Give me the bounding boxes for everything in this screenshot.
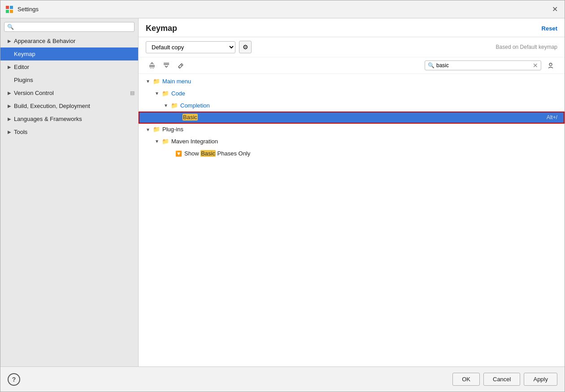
arrow-down-icon: ▼ [146, 78, 151, 85]
sidebar-item-plugins[interactable]: ▶ Plugins [0, 73, 138, 86]
tree-item-plugins[interactable]: ▼ 📁 Plug-ins [139, 124, 565, 136]
tree-item-code[interactable]: ▼ 📁 Code [139, 88, 565, 100]
cancel-button[interactable]: Cancel [483, 373, 520, 386]
content-area: 🔍 ▶ Appearance & Behavior ▶ Keymap ▶ Edi… [0, 18, 565, 366]
arrow-down-icon-completion: ▼ [164, 102, 169, 109]
bottom-bar: ? OK Cancel Apply [0, 366, 565, 392]
plugins-label: Plug-ins [162, 125, 183, 134]
show-basic-phases-label: Show Basic Phases Only [184, 149, 250, 159]
version-control-extra-icon: ▤ [130, 90, 135, 96]
basic-highlight: Basic [183, 114, 198, 121]
sidebar-item-build[interactable]: ▶ Build, Execution, Deployment [0, 99, 138, 112]
sidebar-item-plugins-label: Plugins [14, 77, 135, 83]
sidebar-item-keymap[interactable]: ▶ Keymap [0, 47, 138, 60]
folder-icon-code: 📁 [162, 89, 169, 99]
tree-area: ▼ 📁 Main menu ▼ 📁 Code ▼ 📁 Completion [139, 74, 565, 366]
ok-button[interactable]: OK [452, 373, 480, 386]
folder-icon-completion: 📁 [171, 101, 178, 111]
reset-button[interactable]: Reset [542, 25, 557, 32]
main-menu-label: Main menu [162, 77, 191, 86]
completion-label: Completion [180, 101, 210, 111]
sidebar-item-version-control[interactable]: ▶ Version Control ▤ [0, 86, 138, 99]
svg-rect-3 [10, 10, 13, 13]
close-button[interactable]: ✕ [549, 4, 560, 15]
sidebar-item-tools[interactable]: ▶ Tools [0, 125, 138, 138]
title-bar: Settings ✕ [0, 0, 565, 18]
maven-label: Maven Integration [171, 137, 218, 146]
folder-icon-main-menu: 📁 [153, 77, 160, 86]
arrow-down-icon-code: ▼ [155, 90, 160, 97]
basic-label: Basic [183, 113, 198, 122]
action-toolbar: 🔍 ✕ [139, 57, 565, 74]
window-title: Settings [17, 6, 549, 13]
find-shortcut-button[interactable] [545, 60, 557, 71]
settings-window: Settings ✕ 🔍 ▶ Appearance & Behavior ▶ K… [0, 0, 565, 392]
page-title: Keymap [146, 24, 177, 33]
sidebar-item-languages-label: Languages & Frameworks [14, 116, 135, 122]
sidebar-search-box[interactable]: 🔍 [4, 22, 135, 32]
svg-rect-0 [6, 6, 9, 9]
svg-point-10 [549, 63, 552, 66]
sidebar-item-appearance-label: Appearance & Behavior [14, 38, 135, 44]
chevron-right-icon-editor: ▶ [8, 65, 11, 69]
sidebar-item-vc-label: Version Control [14, 90, 130, 96]
sidebar-item-appearance[interactable]: ▶ Appearance & Behavior [0, 34, 138, 47]
basic-shortcut: Alt+/ [547, 113, 557, 122]
svg-rect-1 [10, 6, 13, 9]
arrow-down-icon-plugins: ▼ [146, 126, 151, 134]
search-icon: 🔍 [7, 24, 14, 30]
keymap-search-box[interactable]: 🔍 ✕ [425, 60, 541, 70]
basic-highlight-2: Basic [200, 150, 216, 157]
chevron-right-icon: ▶ [8, 39, 11, 43]
tree-item-show-basic-phases[interactable]: ▼ 🔽 Show Basic Phases Only [139, 148, 565, 160]
sidebar-item-languages[interactable]: ▶ Languages & Frameworks [0, 112, 138, 125]
gear-button[interactable]: ⚙ [239, 41, 252, 53]
filter-icon: 🔽 [175, 150, 182, 158]
chevron-right-icon-build: ▶ [8, 103, 11, 108]
sidebar-item-editor[interactable]: ▶ Editor [0, 60, 138, 73]
apply-button[interactable]: Apply [524, 373, 557, 386]
expand-all-button[interactable] [160, 60, 173, 71]
collapse-all-button[interactable] [146, 60, 158, 71]
edit-button[interactable] [174, 60, 187, 71]
app-icon [5, 5, 14, 14]
main-panel: Keymap Reset Default copy ⚙ Based on Def… [139, 18, 565, 366]
main-header: Keymap Reset [139, 18, 565, 37]
chevron-right-icon-lang: ▶ [8, 116, 11, 121]
code-label: Code [171, 89, 185, 99]
keymap-search-input[interactable] [436, 62, 532, 69]
chevron-right-icon-vc: ▶ [8, 90, 11, 95]
svg-rect-2 [6, 10, 9, 13]
search-small-icon: 🔍 [428, 62, 435, 69]
tree-item-completion[interactable]: ▼ 📁 Completion [139, 100, 565, 112]
keymap-dropdown[interactable]: Default copy [146, 41, 235, 53]
help-button[interactable]: ? [8, 373, 20, 386]
sidebar-item-editor-label: Editor [14, 64, 135, 70]
folder-icon-maven: 📁 [162, 137, 169, 146]
chevron-right-icon-tools: ▶ [8, 129, 11, 134]
bottom-actions: OK Cancel Apply [452, 373, 557, 386]
arrow-down-icon-maven: ▼ [155, 138, 160, 145]
tree-item-basic[interactable]: ▼ Basic Alt+/ [139, 112, 565, 124]
sidebar: 🔍 ▶ Appearance & Behavior ▶ Keymap ▶ Edi… [0, 18, 139, 366]
sidebar-item-build-label: Build, Execution, Deployment [14, 103, 135, 109]
sidebar-item-tools-label: Tools [14, 129, 135, 135]
search-clear-icon[interactable]: ✕ [533, 62, 538, 69]
tree-item-maven[interactable]: ▼ 📁 Maven Integration [139, 136, 565, 148]
tree-item-main-menu[interactable]: ▼ 📁 Main menu [139, 76, 565, 88]
folder-icon-plugins: 📁 [153, 125, 160, 134]
based-on-label: Based on Default keymap [496, 44, 557, 50]
keymap-toolbar: Default copy ⚙ Based on Default keymap [139, 37, 565, 57]
sidebar-search-input[interactable] [16, 24, 131, 30]
sidebar-item-keymap-label: Keymap [14, 51, 135, 57]
svg-line-8 [181, 65, 182, 66]
